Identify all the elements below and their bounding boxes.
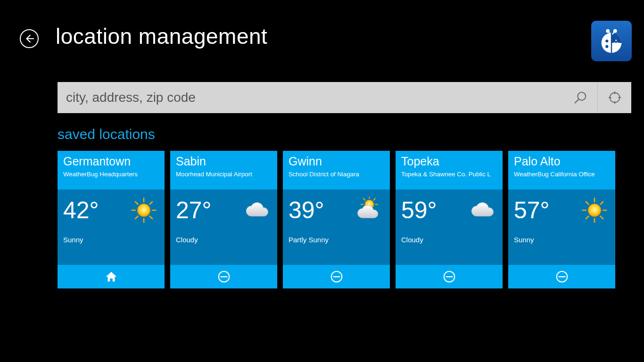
location-subtitle: WeatherBug Headquarters bbox=[63, 171, 159, 178]
header: location management bbox=[0, 0, 644, 61]
svg-point-7 bbox=[605, 45, 608, 48]
sun-icon bbox=[129, 195, 159, 225]
weatherbug-logo-icon bbox=[597, 26, 626, 56]
card-body: 27°Cloudy bbox=[170, 189, 277, 265]
locate-button[interactable] bbox=[597, 82, 631, 113]
search-input[interactable] bbox=[58, 82, 563, 113]
svg-point-14 bbox=[610, 93, 619, 103]
search-icon bbox=[573, 90, 587, 105]
location-temp: 27° bbox=[176, 197, 212, 224]
card-body: 42°Sunny bbox=[58, 189, 165, 265]
location-cards: GermantownWeatherBug Headquarters42°Sunn… bbox=[58, 151, 631, 288]
location-subtitle: WeatherBug California Office bbox=[514, 171, 610, 178]
card-header: TopekaTopeka & Shawnee Co. Public L bbox=[396, 151, 503, 189]
location-condition: Cloudy bbox=[176, 236, 272, 244]
location-card[interactable]: GermantownWeatherBug Headquarters42°Sunn… bbox=[58, 151, 165, 288]
location-subtitle: School District of Niagara bbox=[289, 171, 384, 178]
location-card[interactable]: GwinnSchool District of Niagara39°Partly… bbox=[283, 151, 390, 288]
remove-location-button[interactable] bbox=[283, 265, 390, 288]
cloud-icon bbox=[241, 195, 272, 225]
card-body: 39°Partly Sunny bbox=[283, 189, 390, 265]
remove-icon bbox=[330, 270, 344, 284]
location-condition: Sunny bbox=[63, 236, 159, 244]
location-city: Topeka bbox=[401, 155, 497, 168]
svg-line-13 bbox=[575, 99, 579, 103]
sun-icon bbox=[579, 195, 610, 225]
remove-icon bbox=[442, 270, 456, 284]
location-card[interactable]: SabinMoorhead Municipal Airport27°Cloudy bbox=[170, 151, 277, 288]
card-body: 57°Sunny bbox=[508, 189, 615, 265]
location-temp: 59° bbox=[401, 197, 437, 224]
card-header: GwinnSchool District of Niagara bbox=[283, 151, 390, 189]
saved-locations-heading: saved locations bbox=[58, 126, 644, 142]
location-temp: 42° bbox=[63, 197, 99, 224]
home-location-button[interactable] bbox=[58, 265, 165, 288]
svg-point-6 bbox=[605, 40, 608, 42]
location-subtitle: Moorhead Municipal Airport bbox=[176, 171, 272, 178]
card-header: GermantownWeatherBug Headquarters bbox=[58, 151, 165, 189]
remove-location-button[interactable] bbox=[396, 265, 503, 288]
remove-location-button[interactable] bbox=[508, 265, 615, 288]
location-temp: 57° bbox=[514, 197, 550, 224]
remove-icon bbox=[555, 270, 569, 284]
location-city: Gwinn bbox=[289, 155, 384, 168]
location-city: Germantown bbox=[63, 155, 159, 168]
partly-sunny-icon bbox=[354, 195, 384, 225]
crosshair-icon bbox=[608, 90, 622, 105]
location-condition: Cloudy bbox=[401, 236, 497, 244]
card-header: Palo AltoWeatherBug California Office bbox=[508, 151, 615, 189]
app-logo bbox=[591, 21, 632, 61]
location-condition: Sunny bbox=[514, 236, 610, 244]
location-city: Sabin bbox=[176, 155, 272, 168]
home-icon bbox=[104, 270, 118, 284]
page-title: location management bbox=[56, 24, 267, 49]
location-condition: Partly Sunny bbox=[289, 236, 384, 244]
location-subtitle: Topeka & Shawnee Co. Public L bbox=[401, 171, 497, 178]
back-button[interactable] bbox=[20, 29, 39, 48]
card-header: SabinMoorhead Municipal Airport bbox=[170, 151, 277, 189]
card-body: 59°Cloudy bbox=[396, 189, 503, 265]
location-city: Palo Alto bbox=[514, 155, 610, 168]
search-row bbox=[58, 82, 631, 113]
remove-location-button[interactable] bbox=[170, 265, 277, 288]
remove-icon bbox=[217, 270, 231, 284]
location-card[interactable]: TopekaTopeka & Shawnee Co. Public L59°Cl… bbox=[396, 151, 503, 288]
content: saved locations GermantownWeatherBug Hea… bbox=[0, 82, 644, 288]
location-temp: 39° bbox=[289, 197, 324, 224]
arrow-left-icon bbox=[24, 33, 34, 44]
location-card[interactable]: Palo AltoWeatherBug California Office57°… bbox=[508, 151, 615, 288]
search-button[interactable] bbox=[563, 82, 597, 113]
cloud-icon bbox=[467, 195, 497, 225]
